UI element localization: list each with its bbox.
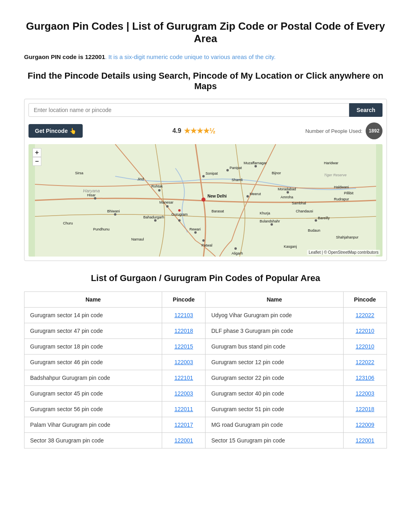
area-name-right: Gurugram sector 40 pin code [206, 386, 343, 402]
svg-text:Bulandshahr: Bulandshahr [260, 219, 280, 223]
rating-value: 4.9 [172, 127, 181, 135]
pincode-link-left[interactable]: 122011 [174, 406, 193, 412]
area-name-right: Sector 15 Gurugram pin code [206, 433, 343, 448]
pincode-link-right[interactable]: 122003 [356, 390, 374, 397]
svg-text:Hisar: Hisar [87, 193, 96, 197]
area-name-left: Badshahpur Gurugram pin code [24, 370, 162, 386]
pincode-link-right[interactable]: 122010 [356, 343, 374, 350]
pincode-link-left[interactable]: 122017 [174, 422, 193, 428]
svg-text:Budaun: Budaun [308, 228, 320, 232]
svg-point-30 [94, 197, 96, 200]
area-name-left: Sector 38 Gurugram pin code [24, 433, 162, 448]
pincode-left: 122001 [162, 433, 206, 448]
svg-point-14 [254, 165, 257, 167]
table-row: Gurugram sector 46 pin code 122003 Gurug… [24, 355, 387, 370]
svg-text:Sonipat: Sonipat [206, 171, 218, 175]
pincode-right: 122022 [343, 308, 387, 323]
svg-text:Amroha: Amroha [281, 195, 293, 199]
stars-icon: ★★★★½ [184, 126, 216, 135]
get-pincode-button[interactable]: Get Pincode 👆 [28, 124, 83, 138]
area-name-right: Udyog Vihar Gurugram pin code [206, 308, 343, 323]
svg-text:Haridwar: Haridwar [324, 161, 338, 165]
search-button[interactable]: Search [349, 103, 383, 117]
zoom-out-button[interactable]: − [33, 157, 41, 166]
svg-text:Panipat: Panipat [230, 166, 242, 170]
area-name-right: Gurugram sector 51 pin code [206, 402, 343, 417]
map-container[interactable]: Haryana New Delhi Gurugram Manesar Rohta… [28, 144, 383, 257]
svg-point-22 [202, 239, 205, 242]
svg-text:Churu: Churu [63, 221, 73, 225]
subtitle: Find the Pincode Details using Search, P… [24, 71, 387, 92]
svg-text:Sambhal: Sambhal [292, 201, 306, 205]
svg-text:Bijnor: Bijnor [272, 171, 281, 175]
svg-text:Bahadurgarh: Bahadurgarh [143, 215, 164, 219]
pincode-link-right[interactable]: 122010 [356, 328, 374, 334]
pincode-link-right[interactable]: 123106 [356, 375, 374, 381]
pincode-link-left[interactable]: 122015 [174, 343, 193, 350]
svg-text:Kasganj: Kasganj [284, 245, 297, 249]
zoom-in-button[interactable]: + [33, 148, 41, 157]
area-name-right: MG road Gurugram pin code [206, 417, 343, 433]
svg-point-18 [287, 191, 289, 194]
svg-text:Bhiwani: Bhiwani [107, 209, 120, 213]
pincode-link-right[interactable]: 122001 [356, 437, 374, 444]
map-attribution: Leaflet | © OpenStreetMap contributors [307, 250, 380, 255]
svg-text:Sirsa: Sirsa [75, 171, 83, 175]
svg-point-12 [226, 169, 229, 171]
table-row: Palam Vihar Gurugram pin code 122017 MG … [24, 417, 387, 433]
col3-header: Name [206, 292, 343, 308]
pincode-right: 122022 [343, 355, 387, 370]
rating-section: 4.9 ★★★★½ [172, 126, 215, 135]
pincode-left: 122101 [162, 370, 206, 386]
pincode-right: 123106 [343, 370, 387, 386]
list-title: List of Gurgaon / Gurugram Pin Codes of … [24, 273, 387, 283]
svg-text:Jind: Jind [137, 177, 144, 181]
search-bar: Search [28, 103, 383, 117]
svg-text:Pundhunu: Pundhunu [93, 227, 110, 231]
svg-point-26 [271, 223, 273, 226]
svg-text:Rewari: Rewari [189, 227, 201, 231]
table-row: Sector 38 Gurugram pin code 122001 Secto… [24, 433, 387, 448]
pincode-right: 122010 [343, 339, 387, 355]
svg-point-10 [202, 175, 205, 177]
svg-text:Rohtak: Rohtak [151, 184, 163, 188]
people-count-badge: 1892 [366, 122, 383, 139]
pincode-link-left[interactable]: 122003 [174, 390, 193, 397]
area-name-left: Gurugram sector 47 pin code [24, 323, 162, 339]
pincode-link-right[interactable]: 122022 [356, 359, 374, 365]
map-toolbar: Get Pincode 👆 4.9 ★★★★½ Number of People… [28, 121, 383, 141]
pincode-left: 122018 [162, 323, 206, 339]
svg-text:Tiger Reserve: Tiger Reserve [324, 173, 346, 177]
table-row: Gurugram sector 56 pin code 122011 Gurug… [24, 402, 387, 417]
svg-text:Manesar: Manesar [159, 200, 173, 204]
svg-text:Muzaffarnagar: Muzaffarnagar [244, 161, 267, 165]
pincode-left: 122015 [162, 339, 206, 355]
intro-bold: Gurgaon PIN code is 122001 [24, 53, 105, 60]
area-name-right: DLF phase 3 Gurugram pin code [206, 323, 343, 339]
table-row: Gurugram sector 45 pin code 122003 Gurug… [24, 386, 387, 402]
pincode-link-left[interactable]: 122003 [174, 359, 193, 365]
search-input[interactable] [28, 103, 349, 117]
area-name-left: Gurugram sector 46 pin code [24, 355, 162, 370]
svg-point-34 [154, 219, 157, 222]
svg-point-24 [234, 247, 237, 250]
svg-point-28 [315, 219, 317, 222]
pincode-table: Name Pincode Name Pincode Gurugram secto… [24, 291, 387, 448]
people-count: 1892 [369, 128, 380, 134]
col2-header: Pincode [162, 292, 206, 308]
pincode-link-left[interactable]: 122103 [174, 312, 193, 318]
pincode-link-left[interactable]: 122101 [174, 375, 193, 381]
area-name-right: Gurugram sector 22 pin code [206, 370, 343, 386]
pincode-link-left[interactable]: 122018 [174, 328, 193, 334]
area-name-left: Palam Vihar Gurugram pin code [24, 417, 162, 433]
col1-header: Name [24, 292, 162, 308]
pincode-left: 122003 [162, 355, 206, 370]
pincode-link-right[interactable]: 122009 [356, 422, 374, 428]
pincode-right: 122010 [343, 323, 387, 339]
pincode-link-right[interactable]: 122018 [356, 406, 374, 412]
svg-point-4 [178, 209, 181, 212]
pincode-link-left[interactable]: 122001 [174, 437, 193, 444]
pincode-link-right[interactable]: 122022 [356, 312, 374, 318]
svg-text:Rudrapur: Rudrapur [334, 197, 349, 201]
svg-point-2 [201, 198, 206, 202]
